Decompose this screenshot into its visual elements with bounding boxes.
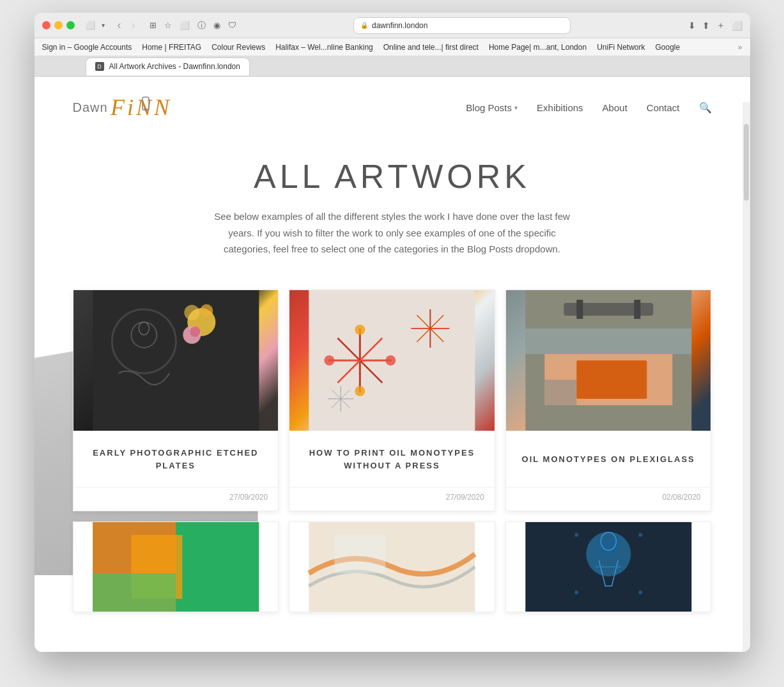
site-nav: Blog Posts ▾ Exhibitions About Contact 🔍 bbox=[466, 102, 711, 114]
bookmark-unifi[interactable]: UniFi Network bbox=[597, 43, 645, 52]
svg-point-9 bbox=[200, 304, 213, 317]
artwork-image-3 bbox=[506, 290, 711, 431]
nav-contact[interactable]: Contact bbox=[647, 102, 680, 113]
svg-rect-43 bbox=[334, 535, 385, 573]
artwork-grid: EARLY PHOTOGRAPHIC ETCHED PLATES 27/09/2… bbox=[35, 270, 750, 625]
svg-point-18 bbox=[355, 386, 365, 396]
artwork-card-5[interactable] bbox=[289, 521, 495, 612]
artwork-svg-3 bbox=[506, 290, 711, 431]
svg-rect-33 bbox=[576, 300, 583, 319]
grid-icon[interactable]: ⊞ bbox=[150, 20, 157, 30]
artwork-image-1 bbox=[73, 290, 279, 431]
tabs-overview-icon[interactable]: ⬜ bbox=[732, 20, 742, 31]
nav-exhibitions[interactable]: Exhibitions bbox=[537, 102, 583, 113]
logo-finn-container: FiNN bbox=[109, 92, 180, 123]
svg-point-20 bbox=[385, 355, 396, 366]
address-bar-wrap: 🔒 dawnfinn.london bbox=[249, 17, 675, 34]
artwork-card-2[interactable]: HOW TO PRINT OIL MONOTYPES WITHOUT A PRE… bbox=[289, 289, 495, 511]
bookmark-home-page[interactable]: Home Page| m...ant, London bbox=[489, 43, 587, 52]
download-icon[interactable]: ⬇ bbox=[688, 20, 696, 31]
svg-point-49 bbox=[574, 533, 578, 537]
site-logo[interactable]: Dawn FiNN bbox=[73, 92, 180, 123]
toolbar-icons: ⬜ ▾ bbox=[85, 20, 105, 30]
back-button[interactable]: ‹ bbox=[114, 17, 125, 33]
chevron-down-icon[interactable]: ▾ bbox=[102, 22, 105, 29]
tab-bar: D All Artwork Archives - Dawnfinn.london bbox=[35, 56, 750, 77]
nav-blog-posts-label: Blog Posts bbox=[466, 102, 512, 113]
bookmark-sign-in[interactable]: Sign in – Google Accounts bbox=[42, 43, 132, 52]
svg-rect-40 bbox=[93, 573, 176, 612]
sidebar-toggle-icon[interactable]: ⬜ bbox=[85, 20, 95, 30]
maximize-button[interactable] bbox=[66, 21, 75, 29]
artwork-info-1: EARLY PHOTOGRAPHIC ETCHED PLATES bbox=[73, 431, 279, 482]
bookmark-halifax[interactable]: Halifax – Wel...nline Banking bbox=[275, 43, 373, 52]
active-tab[interactable]: D All Artwork Archives - Dawnfinn.london bbox=[86, 58, 250, 75]
site-content: Dawn FiNN Blog Posts ▾ bbox=[35, 77, 750, 652]
logo-text: Dawn FiNN bbox=[73, 92, 180, 123]
scrollbar-thumb[interactable] bbox=[744, 124, 749, 201]
logo-finn-svg: FiNN bbox=[109, 92, 180, 120]
artwork-card-1[interactable]: EARLY PHOTOGRAPHIC ETCHED PLATES 27/09/2… bbox=[73, 289, 279, 511]
artwork-svg-6 bbox=[506, 522, 711, 612]
minimize-button[interactable] bbox=[54, 21, 63, 29]
blog-posts-dropdown-arrow: ▾ bbox=[514, 104, 518, 111]
close-button[interactable] bbox=[42, 21, 50, 29]
bookmark-colour-reviews[interactable]: Colour Reviews bbox=[211, 43, 265, 52]
artwork-svg-5 bbox=[289, 522, 495, 612]
nav-about[interactable]: About bbox=[603, 102, 627, 113]
artwork-title-1: EARLY PHOTOGRAPHIC ETCHED PLATES bbox=[86, 444, 266, 475]
artwork-date-3: 02/08/2020 bbox=[506, 487, 711, 511]
titlebar: ⬜ ▾ ‹ › ⊞ ☆ ⬜ ⓘ ◉ 🛡 🔒 dawnfinn.london ⬇ … bbox=[35, 13, 750, 38]
nav-blog-posts[interactable]: Blog Posts ▾ bbox=[466, 102, 518, 113]
page-description: See below examples of all the different … bbox=[207, 208, 578, 258]
page-title: ALL ARTWORK bbox=[73, 157, 712, 196]
extension-icon[interactable]: ◉ bbox=[213, 20, 220, 30]
page-title-section: ALL ARTWORK See below examples of all th… bbox=[35, 138, 750, 270]
svg-point-52 bbox=[638, 591, 642, 594]
share-icon[interactable]: ⬆ bbox=[702, 20, 710, 31]
info-icon[interactable]: ⓘ bbox=[197, 20, 206, 31]
svg-point-17 bbox=[355, 325, 365, 335]
browser-window: ⬜ ▾ ‹ › ⊞ ☆ ⬜ ⓘ ◉ 🛡 🔒 dawnfinn.london ⬇ … bbox=[35, 13, 750, 652]
artwork-card-4[interactable] bbox=[73, 521, 279, 612]
artwork-card-6[interactable] bbox=[505, 521, 712, 612]
svg-point-19 bbox=[324, 355, 334, 366]
bookmark-first-direct[interactable]: Online and tele...| first direct bbox=[383, 43, 479, 52]
svg-rect-35 bbox=[576, 360, 647, 399]
bookmark-icon[interactable]: ☆ bbox=[164, 20, 172, 30]
svg-point-11 bbox=[190, 327, 200, 337]
svg-rect-2 bbox=[144, 109, 148, 110]
nav-buttons: ‹ › bbox=[114, 17, 139, 33]
search-icon[interactable]: 🔍 bbox=[699, 102, 712, 114]
tab-title: All Artwork Archives - Dawnfinn.london bbox=[109, 62, 240, 71]
artwork-title-2: HOW TO PRINT OIL MONOTYPES WITHOUT A PRE… bbox=[302, 444, 482, 475]
bookmark-freitag[interactable]: Home | FREITAG bbox=[142, 43, 201, 52]
artwork-svg-1 bbox=[73, 290, 279, 431]
artwork-image-4 bbox=[73, 522, 279, 612]
artwork-image-2 bbox=[289, 290, 495, 431]
artwork-svg-4 bbox=[73, 522, 279, 612]
logo-dawn: Dawn bbox=[73, 100, 108, 115]
artwork-info-3: OIL MONOTYPES ON PLEXIGLASS bbox=[506, 431, 711, 482]
bookmark-google[interactable]: Google bbox=[656, 43, 680, 52]
traffic-lights bbox=[42, 21, 75, 29]
shield-icon[interactable]: 🛡 bbox=[228, 20, 236, 30]
bookmarks-overflow[interactable]: » bbox=[738, 43, 742, 52]
artwork-image-5 bbox=[289, 522, 495, 612]
svg-rect-36 bbox=[544, 380, 576, 405]
svg-point-50 bbox=[638, 533, 642, 537]
reader-icon[interactable]: ⬜ bbox=[180, 20, 190, 30]
svg-rect-31 bbox=[525, 328, 691, 354]
artwork-info-2: HOW TO PRINT OIL MONOTYPES WITHOUT A PRE… bbox=[289, 431, 495, 482]
artwork-date-2: 27/09/2020 bbox=[289, 487, 495, 511]
artwork-card-3[interactable]: OIL MONOTYPES ON PLEXIGLASS 02/08/2020 bbox=[505, 289, 712, 511]
artwork-date-1: 27/09/2020 bbox=[73, 487, 279, 511]
new-tab-icon[interactable]: ＋ bbox=[716, 20, 725, 31]
tab-favicon: D bbox=[95, 62, 104, 71]
artwork-svg-2 bbox=[289, 290, 495, 431]
forward-button[interactable]: › bbox=[128, 17, 139, 33]
address-bar[interactable]: 🔒 dawnfinn.london bbox=[353, 17, 571, 34]
lock-icon: 🔒 bbox=[360, 22, 368, 29]
svg-text:FiNN: FiNN bbox=[110, 95, 172, 120]
svg-rect-34 bbox=[634, 300, 640, 319]
